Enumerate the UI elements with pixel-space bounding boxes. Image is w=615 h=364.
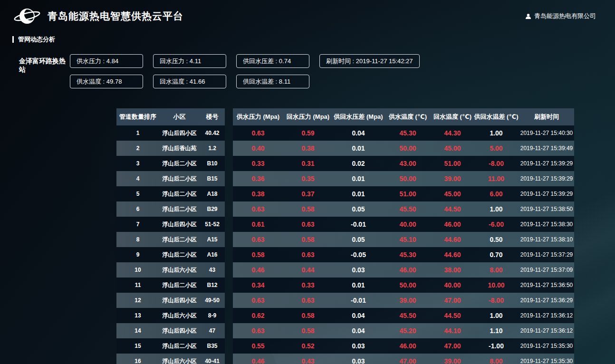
metric-box-供回水温差: 供回水温差 : 8.11 <box>236 75 309 88</box>
cell-supply_pressure: 0.63 <box>233 293 283 308</box>
cell-supply_pressure: 0.55 <box>233 338 283 354</box>
table-row: 0.610.63-0.0140.0046.00-6.002019-11-27 1… <box>233 217 574 232</box>
column-header-return_temp: 回水温度 (℃) <box>432 108 473 125</box>
cell-community: 浮山后二小区 <box>159 338 200 354</box>
cell-supply_temp: 39.00 <box>384 293 432 308</box>
table-row: 8浮山后二小区A15 <box>116 232 225 247</box>
metric-box-回水压力: 回水压力 : 4.11 <box>153 54 226 68</box>
cell-supply_temp: 45.20 <box>384 323 432 338</box>
metric-row-1: 供水压力 : 4.84回水压力 : 4.11供回水压差 : 0.74刷新时间 :… <box>70 54 420 68</box>
cell-return_pressure: 0.63 <box>283 247 333 262</box>
station-panel: 金泽富环路换热站 供水压力 : 4.84回水压力 : 4.11供回水压差 : 0… <box>0 54 615 95</box>
metric-box-供回水压差: 供回水压差 : 0.74 <box>236 54 309 68</box>
metric-box-供水温度: 供水温度 : 49.78 <box>70 75 143 88</box>
cell-supply_temp: 51.00 <box>384 186 432 201</box>
metric-box-供水压力: 供水压力 : 4.84 <box>70 54 143 68</box>
table-row: 12浮山后四小区49-50 <box>116 293 225 308</box>
cell-building: 40-41 <box>200 354 225 364</box>
cell-supply_temp: 50.00 <box>384 278 432 293</box>
cell-return_pressure: 0.58 <box>283 232 333 247</box>
cell-community: 浮山后六小区 <box>159 308 200 323</box>
cell-supply_pressure: 0.63 <box>233 201 283 217</box>
cell-return_pressure: 0.59 <box>283 125 333 141</box>
cell-return_temp: 39.00 <box>432 354 473 364</box>
cell-rank: 15 <box>116 338 159 354</box>
cell-supply_pressure: 0.46 <box>233 262 283 278</box>
cell-building: 49-50 <box>200 293 225 308</box>
cell-supply_pressure: 0.61 <box>233 217 283 232</box>
metric-box-刷新时间: 刷新时间 : 2019-11-27 15:42:27 <box>319 54 420 68</box>
cell-return_pressure: 0.37 <box>283 186 333 201</box>
cell-supply_temp: 46.00 <box>384 338 432 354</box>
cell-rank: 1 <box>116 125 159 141</box>
table-row: 0.630.63-0.0139.0047.00-8.002019-11-27 1… <box>233 293 574 308</box>
table-header-row: 供水压力 (Mpa)回水压力 (Mpa)供回水压差 (Mpa)供水温度 (℃)回… <box>233 108 574 125</box>
table-row: 13浮山后六小区8-9 <box>116 308 225 323</box>
cell-return_temp: 44.50 <box>432 308 473 323</box>
cell-supply_pressure: 0.38 <box>233 186 283 201</box>
table-row: 11浮山后二小区B12 <box>116 278 225 293</box>
cell-temp_diff: 0.70 <box>473 247 519 262</box>
station-name: 金泽富环路换热站 <box>19 54 70 95</box>
cell-rank: 2 <box>116 141 159 156</box>
table-row: 9浮山后二小区A16 <box>116 247 225 262</box>
cell-rank: 5 <box>116 186 159 201</box>
cell-temp_diff: 1.10 <box>473 323 519 338</box>
cell-supply_pressure: 0.58 <box>233 247 283 262</box>
cell-return_pressure: 0.35 <box>283 171 333 186</box>
cell-return_pressure: 0.63 <box>283 217 333 232</box>
cell-pressure_diff: 0.01 <box>333 278 384 293</box>
cell-supply_pressure: 0.33 <box>233 156 283 171</box>
cell-pressure_diff: 0.04 <box>333 125 384 141</box>
user-account[interactable]: 青岛能源热电有限公司 <box>525 12 596 20</box>
metric-row-2: 供水温度 : 49.78回水温度 : 41.66供回水温差 : 8.11 <box>70 75 420 88</box>
cell-supply_temp: 43.00 <box>384 156 432 171</box>
globe-orbit-icon <box>13 6 41 27</box>
metric-grid: 供水压力 : 4.84回水压力 : 4.11供回水压差 : 0.74刷新时间 :… <box>70 54 420 95</box>
cell-pressure_diff: 0.01 <box>333 141 384 156</box>
table-header-row: 管道数量排序小区楼号 <box>116 108 225 125</box>
table-row: 14浮山后四小区47 <box>116 323 225 338</box>
cell-refresh_time: 2019-11-27 15:36:12 <box>519 323 574 338</box>
cell-return_temp: 44.30 <box>432 125 473 141</box>
cell-refresh_time: 2019-11-27 15:38:50 <box>519 201 574 217</box>
cell-building: A18 <box>200 186 225 201</box>
cell-building: B15 <box>200 171 225 186</box>
column-header-return_pressure: 回水压力 (Mpa) <box>283 108 333 125</box>
cell-temp_diff: 10.00 <box>473 278 519 293</box>
cell-rank: 6 <box>116 201 159 217</box>
column-header-refresh_time: 刷新时间 <box>519 108 574 125</box>
cell-community: 浮山后四小区 <box>159 293 200 308</box>
cell-building: 43 <box>200 262 225 278</box>
cell-refresh_time: 2019-11-27 15:36:12 <box>519 308 574 323</box>
cell-pressure_diff: 0.04 <box>333 308 384 323</box>
cell-return_pressure: 0.43 <box>283 354 333 364</box>
cell-supply_temp: 46.00 <box>384 262 432 278</box>
cell-supply_pressure: 0.34 <box>233 278 283 293</box>
cell-refresh_time: 2019-11-27 15:39:29 <box>519 171 574 186</box>
table-row: 0.380.370.0151.0045.006.002019-11-27 15:… <box>233 186 574 201</box>
cell-supply_pressure: 0.46 <box>233 354 283 364</box>
cell-refresh_time: 2019-11-27 15:40:30 <box>519 125 574 141</box>
cell-rank: 13 <box>116 308 159 323</box>
measurements-table: 供水压力 (Mpa)回水压力 (Mpa)供回水压差 (Mpa)供水温度 (℃)回… <box>233 108 574 364</box>
cell-return_temp: 44.60 <box>432 232 473 247</box>
cell-supply_temp: 45.30 <box>384 125 432 141</box>
cell-building: 1.2 <box>200 141 225 156</box>
cell-temp_diff: 1.00 <box>473 201 519 217</box>
table-row: 2浮山后香山苑1.2 <box>116 141 225 156</box>
cell-return_pressure: 0.44 <box>283 262 333 278</box>
cell-refresh_time: 2019-11-27 15:37:29 <box>519 247 574 262</box>
cell-building: B12 <box>200 278 225 293</box>
cell-return_pressure: 0.58 <box>283 308 333 323</box>
cell-temp_diff: 8.00 <box>473 262 519 278</box>
cell-refresh_time: 2019-11-27 15:36:29 <box>519 293 574 308</box>
cell-refresh_time: 2019-11-27 15:38:30 <box>519 217 574 232</box>
cell-return_temp: 45.00 <box>432 186 473 201</box>
cell-return_temp: 45.00 <box>432 141 473 156</box>
table-row: 0.630.590.0445.3044.301.002019-11-27 15:… <box>233 125 574 141</box>
cell-temp_diff: 11.00 <box>473 171 519 186</box>
column-header-rank: 管道数量排序 <box>116 108 159 125</box>
cell-pressure_diff: 0.03 <box>333 338 384 354</box>
cell-community: 浮山后二小区 <box>159 232 200 247</box>
